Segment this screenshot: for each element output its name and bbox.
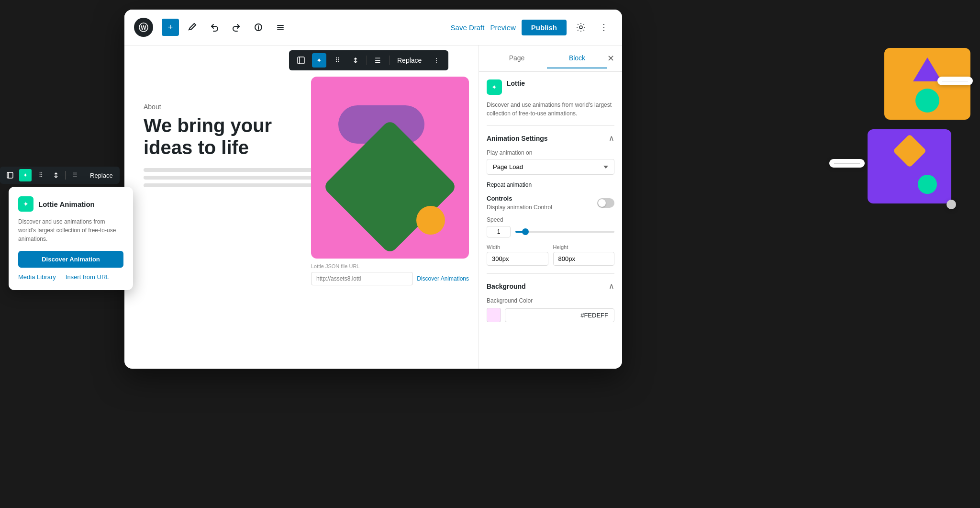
list-view-button[interactable]	[272, 19, 289, 36]
color-value-display[interactable]: #FEDEFF	[505, 308, 614, 322]
add-block-button[interactable]: +	[162, 19, 179, 36]
toolbar-right: Save Draft Preview Publish ⋮	[451, 19, 612, 36]
height-input[interactable]	[553, 252, 615, 266]
lottie-url-row: Discover Animations	[311, 272, 469, 285]
triangle-shape	[913, 57, 942, 81]
popup-lottie-icon: ✦	[18, 196, 33, 212]
insert-url-link[interactable]: Insert from URL	[66, 273, 110, 281]
drag-icon[interactable]: ⠿	[330, 53, 345, 68]
wp-logo[interactable]: W	[134, 18, 153, 37]
speed-slider-thumb[interactable]	[522, 228, 529, 235]
lottie-json-label: Lottie JSON file URL	[311, 263, 469, 269]
animation-preview: Lottie JSON file URL Discover Animations	[311, 77, 469, 285]
right-sidebar: Page Block ✕ ✦ Lottie Discover and use a…	[479, 45, 622, 369]
undo-button[interactable]	[206, 19, 223, 36]
speed-label: Speed	[487, 216, 614, 223]
info-button[interactable]	[250, 19, 267, 36]
editor-window: W +	[124, 10, 622, 369]
toolbar-separator	[367, 56, 367, 65]
preview-button[interactable]: Preview	[490, 23, 515, 32]
align-icon[interactable]: ☰	[371, 53, 385, 68]
controls-toggle[interactable]	[597, 198, 614, 208]
controls-label: Display animation Control	[487, 204, 552, 211]
float-card-yellow-wrapper: ——————	[884, 48, 970, 120]
right-floating-area: —————— ——————	[868, 48, 970, 203]
tab-page[interactable]: Page	[487, 48, 547, 68]
controls-row: Controls Display animation Control	[487, 195, 614, 211]
discover-animations-link[interactable]: Discover Animations	[417, 275, 469, 282]
height-field: Height	[553, 244, 615, 266]
sidebar-close-button[interactable]: ✕	[607, 53, 614, 64]
teal-circle-shape	[915, 89, 939, 113]
play-animation-select[interactable]: Page Load	[487, 159, 614, 175]
text-line-1	[144, 168, 333, 172]
mini-align-icon[interactable]: ☰	[68, 169, 81, 181]
mini-separator	[65, 171, 66, 180]
media-library-link[interactable]: Media Library	[18, 273, 56, 281]
mini-lottie-icon[interactable]: ✦	[19, 169, 32, 181]
more-options-button[interactable]: ⋮	[595, 19, 612, 36]
speed-slider-row	[487, 226, 614, 237]
lottie-url-input[interactable]	[311, 272, 413, 285]
float-card-purple-wrapper: ——————	[868, 129, 961, 203]
lottie-url-area: Lottie JSON file URL Discover Animations	[311, 259, 469, 285]
lottie-plugin-info: Lottie	[507, 79, 525, 87]
repeat-animation-label: Repeat animation	[487, 181, 614, 188]
mini-block-toolbar: ✦ ⠿ ☰ Replace	[0, 167, 120, 184]
more-block-options-icon[interactable]: ⋮	[429, 53, 444, 68]
popup-links: Media Library Insert from URL	[18, 273, 123, 281]
mini-move-icon[interactable]	[50, 169, 62, 181]
toolbar-separator-2	[389, 56, 390, 65]
popup-plugin-header: ✦ Lottie Animation	[18, 196, 123, 212]
background-section: Background ∧ Background Color #FEDEFF	[487, 282, 614, 322]
animation-settings-toggle[interactable]: ∧	[609, 134, 614, 143]
save-draft-button[interactable]: Save Draft	[451, 23, 485, 32]
lottie-tool-icon[interactable]: ✦	[312, 53, 326, 68]
bg-color-label: Background Color	[487, 297, 614, 304]
divider-2	[487, 273, 614, 274]
sidebar-toggle-icon[interactable]	[294, 53, 308, 68]
repeat-animation-field: Repeat animation	[487, 181, 614, 188]
mini-drag-icon[interactable]: ⠿	[34, 169, 47, 181]
page-headline: We bring your ideas to life	[144, 114, 278, 158]
background-toggle[interactable]: ∧	[609, 282, 614, 291]
mini-replace-label[interactable]: Replace	[87, 171, 116, 180]
dimension-row: Width Height	[487, 244, 614, 266]
popup-title: Lottie Animation	[38, 200, 95, 208]
lottie-plugin-icon: ✦	[487, 79, 502, 95]
background-title: Background	[487, 282, 526, 290]
publish-button[interactable]: Publish	[522, 20, 567, 35]
replace-button[interactable]: Replace	[393, 55, 425, 66]
orange-diamond-shape	[892, 134, 926, 168]
popup-discover-button[interactable]: Discover Animation	[18, 251, 123, 268]
play-animation-field: Play animation on Page Load	[487, 149, 614, 175]
lottie-plugin-title: Lottie	[507, 79, 525, 87]
float-card-purple	[868, 129, 951, 203]
width-input[interactable]	[487, 252, 548, 266]
svg-rect-4	[298, 57, 304, 64]
svg-rect-5	[7, 172, 13, 178]
edit-tool-button[interactable]	[184, 19, 201, 36]
height-label: Height	[553, 244, 615, 250]
speed-field: Speed	[487, 216, 614, 237]
toolbar-left: W +	[134, 18, 445, 37]
purple-card-teal-shape	[918, 175, 937, 194]
move-up-down-icon[interactable]	[348, 53, 363, 68]
tab-block[interactable]: Block	[547, 48, 607, 68]
mini-separator-2	[84, 171, 84, 180]
mini-sidebar-icon[interactable]	[4, 169, 16, 181]
yellow-circle-shape	[416, 206, 445, 235]
redo-button[interactable]	[228, 19, 245, 36]
speed-slider-track[interactable]	[515, 231, 614, 233]
svg-text:W: W	[141, 24, 146, 31]
toggle-knob	[598, 199, 606, 207]
lottie-plugin-description: Discover and use animations from world's…	[487, 101, 614, 118]
float-badge-2: ——————	[829, 159, 865, 168]
settings-button[interactable]	[572, 19, 590, 36]
width-label: Width	[487, 244, 548, 250]
animation-frame	[311, 77, 469, 259]
svg-point-3	[579, 26, 582, 29]
color-swatch[interactable]	[487, 308, 501, 322]
editor-content: ✦ ⠿ ☰ Replace ⋮ About We bring your idea…	[124, 45, 622, 369]
speed-value-input[interactable]	[487, 226, 511, 237]
